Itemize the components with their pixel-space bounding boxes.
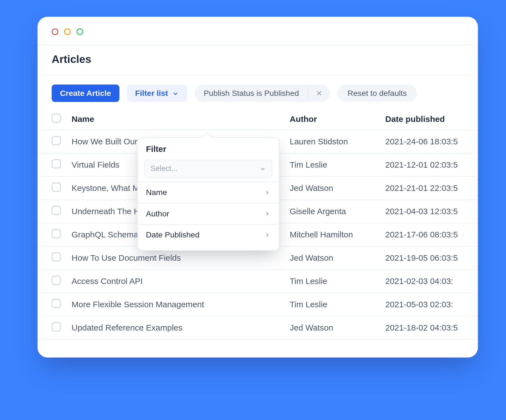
row-checkbox[interactable] [52, 299, 61, 308]
filter-option-label: Author [146, 209, 169, 218]
column-header-date[interactable]: Date published [380, 109, 478, 130]
window-zoom-dot[interactable] [76, 29, 83, 35]
cell-author: Jed Watson [285, 246, 380, 270]
cell-name: More Flexible Session Management [66, 293, 285, 316]
filter-option[interactable]: Date Published [138, 224, 279, 245]
cell-date: 2021-04-03 12:03:5 [380, 200, 478, 223]
window-close-dot[interactable] [52, 29, 58, 35]
filter-list-button[interactable]: Filter list [127, 84, 187, 102]
row-checkbox[interactable] [52, 159, 61, 168]
cell-date: 2021-02-03 04:03: [380, 270, 478, 293]
cell-date: 2021-12-01 02:03:5 [380, 153, 478, 176]
cell-author: Giselle Argenta [285, 200, 380, 223]
column-header-author[interactable]: Author [285, 109, 380, 130]
chevron-right-icon [264, 211, 271, 217]
row-checkbox[interactable] [52, 322, 61, 331]
create-article-button[interactable]: Create Article [52, 84, 119, 102]
active-filter-pill: Publish Status is Published [194, 84, 330, 102]
cell-author: Tim Leslie [285, 293, 380, 316]
row-checkbox[interactable] [52, 206, 61, 215]
cell-author: Jed Watson [285, 316, 380, 339]
filter-option[interactable]: Author [138, 203, 279, 224]
filter-popover: Filter Select... NameAuthorDate Publishe… [137, 137, 279, 251]
page-title: Articles [37, 45, 478, 76]
chevron-right-icon [264, 232, 271, 238]
chevron-down-icon [259, 165, 266, 172]
close-icon [316, 90, 322, 97]
table-row[interactable]: More Flexible Session ManagementTim Lesl… [37, 293, 478, 316]
reset-filters-button[interactable]: Reset to defaults [337, 84, 417, 102]
cell-author: Tim Leslie [285, 270, 380, 293]
cell-date: 2021-21-01 22:03:5 [380, 176, 478, 200]
filter-popover-title: Filter [138, 138, 279, 160]
row-checkbox[interactable] [52, 136, 61, 145]
column-header-name[interactable]: Name [66, 109, 285, 130]
filter-select-placeholder: Select... [150, 164, 178, 173]
cell-author: Tim Leslie [285, 153, 380, 176]
filter-list-label: Filter list [135, 89, 168, 98]
table-row[interactable]: Updated Reference ExamplesJed Watson2021… [37, 316, 478, 339]
cell-author: Lauren Stidston [285, 130, 380, 153]
cell-date: 2021-24-06 18:03:5 [380, 130, 478, 153]
row-checkbox[interactable] [52, 252, 61, 262]
cell-name: Updated Reference Examples [66, 316, 285, 339]
chevron-down-icon [172, 90, 179, 97]
cell-date: 2021-18-02 04:03:5 [380, 316, 478, 339]
filter-option[interactable]: Name [138, 182, 279, 203]
cell-date: 2021-17-06 08:03:5 [380, 223, 478, 246]
filter-field-select[interactable]: Select... [144, 160, 272, 178]
row-checkbox[interactable] [52, 229, 61, 238]
window-minimize-dot[interactable] [64, 29, 71, 35]
cell-author: Mitchell Hamilton [285, 223, 380, 246]
row-checkbox[interactable] [52, 276, 61, 285]
window-card: Articles Create Article Filter list Publ… [37, 17, 478, 358]
row-checkbox[interactable] [52, 183, 61, 192]
table-row[interactable]: Access Control APITim Leslie2021-02-03 0… [37, 270, 478, 293]
toolbar: Create Article Filter list Publish Statu… [37, 75, 478, 109]
cell-date: 2021-05-03 02:03: [380, 293, 478, 316]
chevron-right-icon [264, 189, 271, 196]
select-all-checkbox[interactable] [52, 114, 61, 123]
cell-author: Jed Watson [285, 176, 380, 200]
cell-name: Access Control API [66, 270, 285, 293]
cell-date: 2021-19-05 06:03:5 [380, 246, 478, 270]
window-titlebar [37, 17, 478, 45]
active-filter-text: Publish Status is Published [194, 84, 308, 102]
remove-filter-button[interactable] [308, 86, 330, 101]
filter-option-label: Name [146, 188, 167, 197]
filter-option-label: Date Published [146, 231, 199, 240]
